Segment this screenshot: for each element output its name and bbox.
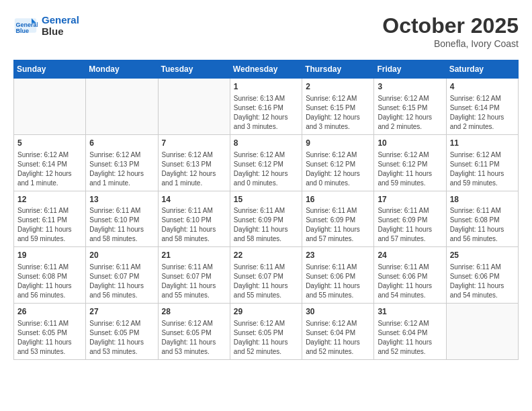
weekday-header-monday: Monday [86,60,158,79]
day-info: Sunrise: 6:11 AM Sunset: 6:06 PM Dayligh… [378,263,442,300]
calendar-table: SundayMondayTuesdayWednesdayThursdayFrid… [13,60,519,360]
day-number: 25 [450,250,515,261]
day-info: Sunrise: 6:11 AM Sunset: 6:10 PM Dayligh… [162,206,226,244]
calendar-day-cell [86,79,158,135]
day-number: 24 [378,250,442,261]
day-info: Sunrise: 6:12 AM Sunset: 6:14 PM Dayligh… [17,150,82,188]
day-number: 10 [378,138,442,149]
title-block: October 2025 Bonefla, Ivory Coast [382,13,519,49]
calendar-day-cell: 4Sunrise: 6:12 AM Sunset: 6:14 PM Daylig… [446,79,518,135]
calendar-day-cell: 14Sunrise: 6:11 AM Sunset: 6:10 PM Dayli… [158,191,230,247]
calendar-day-cell: 26Sunrise: 6:11 AM Sunset: 6:05 PM Dayli… [14,304,86,360]
day-info: Sunrise: 6:12 AM Sunset: 6:14 PM Dayligh… [450,94,515,132]
weekday-header-friday: Friday [374,60,446,79]
calendar-day-cell: 6Sunrise: 6:12 AM Sunset: 6:13 PM Daylig… [86,134,158,191]
calendar-title: October 2025 [382,13,519,38]
weekday-header-thursday: Thursday [302,60,374,79]
calendar-week-row: 1Sunrise: 6:13 AM Sunset: 6:16 PM Daylig… [14,79,519,135]
day-number: 28 [162,306,226,318]
day-number: 30 [306,306,370,318]
day-info: Sunrise: 6:11 AM Sunset: 6:05 PM Dayligh… [17,319,82,357]
calendar-day-cell: 11Sunrise: 6:12 AM Sunset: 6:11 PM Dayli… [446,134,518,191]
day-info: Sunrise: 6:11 AM Sunset: 6:08 PM Dayligh… [450,206,515,244]
calendar-week-row: 5Sunrise: 6:12 AM Sunset: 6:14 PM Daylig… [14,134,519,191]
calendar-day-cell: 28Sunrise: 6:12 AM Sunset: 6:05 PM Dayli… [158,304,230,360]
calendar-day-cell [158,79,230,135]
day-info: Sunrise: 6:12 AM Sunset: 6:04 PM Dayligh… [306,319,370,357]
calendar-week-row: 26Sunrise: 6:11 AM Sunset: 6:05 PM Dayli… [14,304,519,360]
calendar-day-cell: 7Sunrise: 6:12 AM Sunset: 6:13 PM Daylig… [158,134,230,191]
day-number: 19 [17,250,82,261]
weekday-header-wednesday: Wednesday [230,60,302,79]
day-info: Sunrise: 6:12 AM Sunset: 6:12 PM Dayligh… [378,150,442,188]
day-number: 16 [306,194,370,205]
day-number: 8 [234,138,298,149]
day-number: 21 [162,250,226,261]
day-number: 9 [306,138,370,149]
calendar-day-cell: 10Sunrise: 6:12 AM Sunset: 6:12 PM Dayli… [374,134,446,191]
calendar-day-cell: 25Sunrise: 6:11 AM Sunset: 6:06 PM Dayli… [446,247,518,304]
weekday-header-row: SundayMondayTuesdayWednesdayThursdayFrid… [14,60,519,79]
day-info: Sunrise: 6:11 AM Sunset: 6:09 PM Dayligh… [378,206,442,244]
page-header: General Blue GeneralBlue October 2025 Bo… [13,13,519,49]
day-number: 26 [17,306,82,318]
calendar-day-cell: 13Sunrise: 6:11 AM Sunset: 6:10 PM Dayli… [86,191,158,247]
calendar-week-row: 12Sunrise: 6:11 AM Sunset: 6:11 PM Dayli… [14,191,519,247]
day-info: Sunrise: 6:12 AM Sunset: 6:04 PM Dayligh… [378,319,442,357]
day-info: Sunrise: 6:11 AM Sunset: 6:06 PM Dayligh… [306,263,370,300]
day-number: 6 [89,138,154,149]
calendar-day-cell: 24Sunrise: 6:11 AM Sunset: 6:06 PM Dayli… [374,247,446,304]
calendar-day-cell: 5Sunrise: 6:12 AM Sunset: 6:14 PM Daylig… [14,134,86,191]
day-number: 23 [306,250,370,261]
calendar-day-cell: 29Sunrise: 6:12 AM Sunset: 6:05 PM Dayli… [230,304,302,360]
day-number: 29 [234,306,298,318]
day-info: Sunrise: 6:11 AM Sunset: 6:09 PM Dayligh… [306,206,370,244]
calendar-week-row: 19Sunrise: 6:11 AM Sunset: 6:08 PM Dayli… [14,247,519,304]
day-info: Sunrise: 6:12 AM Sunset: 6:13 PM Dayligh… [89,150,154,188]
weekday-header-sunday: Sunday [14,60,86,79]
day-number: 18 [450,194,515,205]
day-number: 1 [234,81,298,93]
day-info: Sunrise: 6:11 AM Sunset: 6:07 PM Dayligh… [234,263,298,300]
day-info: Sunrise: 6:11 AM Sunset: 6:06 PM Dayligh… [450,263,515,300]
calendar-day-cell: 23Sunrise: 6:11 AM Sunset: 6:06 PM Dayli… [302,247,374,304]
day-number: 7 [162,138,226,149]
calendar-day-cell [14,79,86,135]
day-info: Sunrise: 6:12 AM Sunset: 6:12 PM Dayligh… [234,150,298,188]
calendar-day-cell: 12Sunrise: 6:11 AM Sunset: 6:11 PM Dayli… [14,191,86,247]
day-info: Sunrise: 6:11 AM Sunset: 6:11 PM Dayligh… [17,206,82,244]
day-info: Sunrise: 6:13 AM Sunset: 6:16 PM Dayligh… [234,94,298,132]
calendar-day-cell: 1Sunrise: 6:13 AM Sunset: 6:16 PM Daylig… [230,79,302,135]
calendar-day-cell: 2Sunrise: 6:12 AM Sunset: 6:15 PM Daylig… [302,79,374,135]
weekday-header-saturday: Saturday [446,60,518,79]
calendar-day-cell [446,304,518,360]
calendar-day-cell: 20Sunrise: 6:11 AM Sunset: 6:07 PM Dayli… [86,247,158,304]
calendar-day-cell: 18Sunrise: 6:11 AM Sunset: 6:08 PM Dayli… [446,191,518,247]
day-info: Sunrise: 6:12 AM Sunset: 6:13 PM Dayligh… [162,150,226,188]
day-info: Sunrise: 6:11 AM Sunset: 6:09 PM Dayligh… [234,206,298,244]
calendar-day-cell: 31Sunrise: 6:12 AM Sunset: 6:04 PM Dayli… [374,304,446,360]
day-number: 12 [17,194,82,205]
day-number: 11 [450,138,515,149]
day-info: Sunrise: 6:11 AM Sunset: 6:10 PM Dayligh… [89,206,154,244]
day-info: Sunrise: 6:11 AM Sunset: 6:07 PM Dayligh… [162,263,226,300]
day-number: 3 [378,81,442,93]
day-number: 15 [234,194,298,205]
day-number: 5 [17,138,82,149]
day-info: Sunrise: 6:12 AM Sunset: 6:15 PM Dayligh… [306,94,370,132]
day-number: 22 [234,250,298,261]
day-info: Sunrise: 6:12 AM Sunset: 6:05 PM Dayligh… [89,319,154,357]
day-number: 17 [378,194,442,205]
logo-icon: General Blue [13,13,38,38]
logo-text: GeneralBlue [42,14,79,37]
day-number: 20 [89,250,154,261]
calendar-day-cell: 3Sunrise: 6:12 AM Sunset: 6:15 PM Daylig… [374,79,446,135]
day-number: 2 [306,81,370,93]
calendar-subtitle: Bonefla, Ivory Coast [382,38,519,49]
calendar-day-cell: 22Sunrise: 6:11 AM Sunset: 6:07 PM Dayli… [230,247,302,304]
calendar-day-cell: 16Sunrise: 6:11 AM Sunset: 6:09 PM Dayli… [302,191,374,247]
svg-text:Blue: Blue [16,28,30,34]
day-number: 31 [378,306,442,318]
logo: General Blue GeneralBlue [13,13,79,38]
day-number: 27 [89,306,154,318]
